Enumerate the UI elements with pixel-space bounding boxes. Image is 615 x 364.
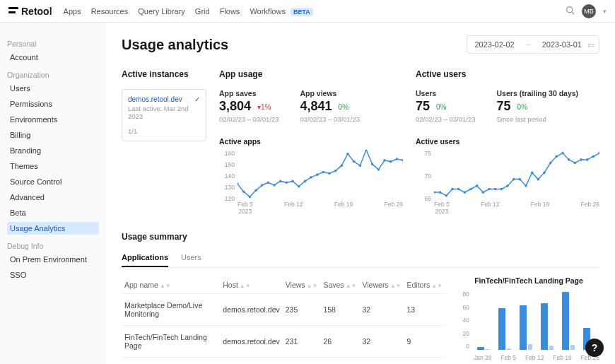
stat-app-views-delta: 0% <box>339 103 348 111</box>
svg-point-7 <box>267 181 270 184</box>
date-sep-icon: → <box>525 40 532 49</box>
svg-point-39 <box>488 188 491 191</box>
check-icon: ✓ <box>194 95 200 103</box>
svg-point-56 <box>592 155 595 158</box>
col-editors[interactable]: Editors▲▼ <box>404 276 445 294</box>
sidebar-item-beta[interactable]: Beta <box>7 206 99 219</box>
col-views[interactable]: Views▲▼ <box>283 276 321 294</box>
sidebar-item-on-prem[interactable]: On Prem Environment <box>7 253 99 266</box>
svg-point-12 <box>298 185 300 188</box>
bar-chart: 806040200 Jan 29Feb 5Feb 12Feb 19Feb 26 <box>458 290 599 361</box>
svg-point-36 <box>469 188 472 191</box>
svg-point-5 <box>254 189 257 192</box>
svg-point-20 <box>346 153 349 155</box>
svg-point-33 <box>451 188 454 191</box>
nav-query-library[interactable]: Query Library <box>138 7 185 16</box>
sidebar-item-usage-analytics[interactable]: Usage Analytics <box>7 222 99 235</box>
stat-app-saves-delta: ▾1% <box>257 103 271 111</box>
stat-app-saves-sub: 02/02/23 – 03/01/23 <box>219 115 279 123</box>
sidebar-item-advanced[interactable]: Advanced <box>7 191 99 204</box>
stat-users-label: Users <box>416 89 476 98</box>
stat-users-trailing-label: Users (trailing 30 days) <box>497 89 579 98</box>
stat-users-trailing-value: 75 0% <box>497 99 579 114</box>
help-button[interactable]: ? <box>585 339 604 357</box>
sidebar-item-billing[interactable]: Billing <box>7 129 99 141</box>
svg-point-19 <box>341 164 344 167</box>
svg-point-51 <box>561 152 564 155</box>
sidebar-section-personal: Personal <box>7 40 99 48</box>
table-row[interactable]: Marketplace Demo/Live Monitoringdemos.re… <box>122 294 445 326</box>
svg-point-44 <box>519 178 522 181</box>
col-viewers[interactable]: Viewers▲▼ <box>359 276 404 294</box>
nav-workflows-label: Workflows <box>250 7 286 16</box>
stat-app-saves-label: App saves <box>219 89 279 98</box>
date-from: 2023-02-02 <box>474 40 514 49</box>
avatar[interactable]: MB <box>582 4 596 18</box>
top-nav: Apps Resources Query Library Grid Flows … <box>64 7 313 16</box>
nav-apps[interactable]: Apps <box>64 7 81 16</box>
svg-point-10 <box>286 181 288 184</box>
stat-users-sub: 02/02/23 – 03/01/23 <box>416 115 476 123</box>
svg-point-48 <box>543 172 546 175</box>
calendar-icon: ▭ <box>587 40 594 49</box>
svg-point-9 <box>279 180 282 183</box>
svg-point-46 <box>531 172 534 175</box>
chevron-down-icon[interactable]: ▾ <box>603 8 607 15</box>
svg-line-1 <box>572 11 574 13</box>
beta-badge: BETA <box>291 8 313 16</box>
page-title: Usage analytics <box>122 37 228 53</box>
svg-point-18 <box>334 170 337 172</box>
active-users-chart: 757065 Feb 52023Feb 12Feb 19Feb 26 <box>416 150 599 215</box>
sidebar-item-environments[interactable]: Environments <box>7 113 99 126</box>
sidebar-item-account[interactable]: Account <box>7 51 99 64</box>
svg-point-43 <box>512 178 515 181</box>
stat-users-delta: 0% <box>436 103 446 111</box>
stat-app-views-label: App views <box>300 89 361 98</box>
sidebar-item-permissions[interactable]: Permissions <box>7 98 99 110</box>
table-row[interactable]: FinTech/FinTech Landing Pagedemos.retool… <box>122 326 445 358</box>
search-icon[interactable] <box>566 6 575 17</box>
sidebar-item-source-control[interactable]: Source Control <box>7 175 99 188</box>
nav-resources[interactable]: Resources <box>91 7 129 16</box>
stat-app-saves-value: 3,804 ▾1% <box>219 99 279 114</box>
svg-point-26 <box>383 159 386 162</box>
sidebar-section-organization: Organization <box>7 71 99 79</box>
date-range-picker[interactable]: 2023-02-02 → 2023-03-01 ▭ <box>467 35 599 54</box>
svg-point-14 <box>310 176 312 179</box>
topbar: Retool Apps Resources Query Library Grid… <box>0 0 615 23</box>
svg-point-50 <box>556 155 558 158</box>
nav-grid[interactable]: Grid <box>195 7 210 16</box>
svg-point-41 <box>500 188 503 191</box>
sidebar-item-users[interactable]: Users <box>7 82 99 95</box>
col-host[interactable]: Host▲▼ <box>220 276 283 294</box>
svg-point-0 <box>567 6 573 12</box>
active-users-chart-title: Active users <box>416 137 599 146</box>
svg-point-30 <box>434 191 435 194</box>
bar-chart-title: FinTech/FinTech Landing Page <box>458 276 599 285</box>
tab-applications[interactable]: Applications <box>122 253 168 267</box>
sidebar-item-themes[interactable]: Themes <box>7 160 99 172</box>
svg-point-54 <box>580 158 582 161</box>
stat-app-views-sub: 02/02/23 – 03/01/23 <box>300 115 361 123</box>
svg-point-47 <box>537 178 540 181</box>
sidebar-item-branding[interactable]: Branding <box>7 144 99 157</box>
brand-logo[interactable]: Retool <box>8 6 52 17</box>
svg-point-17 <box>328 172 331 175</box>
table-row[interactable]: Healthcare Demo/Healthcare Demo Orders A… <box>122 358 445 365</box>
svg-point-28 <box>396 158 399 160</box>
stat-app-views-value: 4,841 0% <box>300 99 361 114</box>
nav-flows[interactable]: Flows <box>220 7 240 16</box>
instance-pagination: 1/1 <box>128 127 200 135</box>
sidebar: Personal Account Organization Users Perm… <box>0 23 106 364</box>
col-app-name[interactable]: App name▲▼ <box>122 276 220 294</box>
instance-card[interactable]: demos.retool.dev ✓ Last active: Mar 2nd … <box>122 89 206 141</box>
active-instances-title: Active instances <box>122 69 206 79</box>
col-saves[interactable]: Saves▲▼ <box>320 276 359 294</box>
nav-workflows[interactable]: Workflows BETA <box>250 7 312 16</box>
sidebar-item-sso[interactable]: SSO <box>7 269 99 281</box>
tab-users[interactable]: Users <box>181 253 201 267</box>
date-to: 2023-03-01 <box>542 40 582 49</box>
instance-last-active: Last active: Mar 2nd 2023 <box>128 105 200 120</box>
svg-point-42 <box>506 184 509 187</box>
active-apps-chart-title: Active apps <box>219 137 403 146</box>
